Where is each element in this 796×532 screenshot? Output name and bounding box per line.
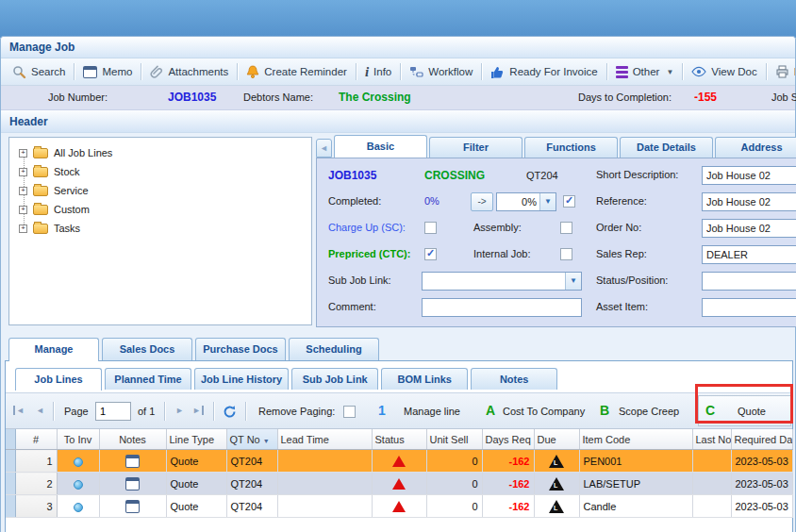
- reference-input[interactable]: [702, 192, 796, 211]
- column-header-unit-sell[interactable]: Unit Sell: [426, 429, 482, 450]
- tab-purchase-docs[interactable]: Purchase Docs: [195, 338, 286, 360]
- assembly-checkbox[interactable]: [560, 222, 572, 234]
- column-header-item-code[interactable]: Item Code: [579, 429, 692, 450]
- expand-icon[interactable]: +: [19, 187, 27, 195]
- column-header-to-inv[interactable]: To Inv: [57, 429, 99, 450]
- lead-time-cell[interactable]: [277, 495, 372, 518]
- table-row[interactable]: 3 Quote QT204 0 -162 Candle 2023-05-03: [6, 495, 792, 518]
- row-number-cell[interactable]: 2: [15, 473, 57, 495]
- page-number-input[interactable]: [95, 402, 131, 421]
- column-header-last-no[interactable]: Last No: [692, 429, 731, 450]
- to-inv-cell[interactable]: [57, 473, 99, 495]
- required-date-cell[interactable]: 2023-05-03: [731, 450, 792, 473]
- item-code-cell[interactable]: PEN001: [579, 450, 692, 473]
- column-header-qt-no[interactable]: QT No▼: [226, 429, 277, 450]
- column-header-due[interactable]: Due: [534, 429, 579, 450]
- tab-scheduling[interactable]: Scheduling: [289, 338, 379, 360]
- notes-cell[interactable]: [99, 450, 166, 473]
- unit-sell-cell[interactable]: 0: [426, 495, 482, 518]
- line-type-cell[interactable]: Quote: [166, 473, 226, 495]
- create-reminder-button[interactable]: Create Reminder: [239, 60, 355, 83]
- info-button[interactable]: i Info: [357, 60, 399, 83]
- status-cell[interactable]: [372, 473, 426, 495]
- percent-checkbox[interactable]: [563, 195, 575, 208]
- tree-item-tasks[interactable]: + Tasks: [9, 219, 311, 238]
- days-req-cell[interactable]: -162: [482, 473, 534, 495]
- notes-cell[interactable]: [99, 473, 166, 495]
- notes-cell[interactable]: [99, 495, 166, 518]
- unit-sell-cell[interactable]: 0: [426, 450, 482, 473]
- status-cell[interactable]: [372, 495, 426, 518]
- internal-job-checkbox[interactable]: [560, 248, 572, 260]
- scope-creep-button[interactable]: Scope Creep: [619, 406, 679, 417]
- tab-job-lines[interactable]: Job Lines: [15, 368, 102, 391]
- column-header-notes[interactable]: Notes: [99, 429, 166, 450]
- tree-item-service[interactable]: + Service: [9, 181, 311, 200]
- chevron-down-icon[interactable]: ▼: [539, 193, 556, 210]
- row-indicator[interactable]: [6, 495, 15, 518]
- previous-page-button[interactable]: ◄: [36, 406, 44, 415]
- notes-icon[interactable]: [125, 477, 140, 490]
- required-date-cell[interactable]: 2023-05-03: [731, 495, 792, 518]
- tab-notes[interactable]: Notes: [471, 368, 557, 390]
- qt-no-cell[interactable]: QT204: [226, 473, 277, 495]
- tab-basic[interactable]: Basic: [334, 135, 427, 158]
- column-header-lead-time[interactable]: Lead Time: [277, 429, 372, 450]
- notes-icon[interactable]: [125, 500, 140, 513]
- sales-rep-input[interactable]: [702, 245, 796, 264]
- tab-filter[interactable]: Filter: [429, 137, 522, 158]
- tab-date-details[interactable]: Date Details: [620, 137, 713, 158]
- column-header-required-date[interactable]: Required Date: [731, 429, 792, 450]
- item-code-cell[interactable]: Candle: [579, 495, 692, 518]
- expand-icon[interactable]: +: [19, 224, 27, 233]
- tree-item-custom[interactable]: + Custom: [9, 200, 311, 219]
- qt-no-cell[interactable]: QT204: [226, 450, 277, 473]
- due-cell[interactable]: [534, 473, 579, 495]
- ready-for-invoice-button[interactable]: Ready For Invoice: [483, 60, 605, 83]
- to-inv-cell[interactable]: [57, 495, 99, 518]
- asset-item-input[interactable]: [702, 298, 796, 317]
- row-number-cell[interactable]: 1: [15, 450, 57, 473]
- unit-sell-cell[interactable]: 0: [426, 473, 482, 495]
- item-code-cell[interactable]: LAB/SETUP: [579, 473, 692, 495]
- last-no-cell[interactable]: [692, 495, 731, 518]
- days-req-cell[interactable]: -162: [482, 495, 534, 518]
- tab-planned-time[interactable]: Planned Time: [105, 368, 191, 390]
- to-inv-icon[interactable]: [74, 480, 83, 490]
- lead-time-cell[interactable]: [277, 450, 372, 473]
- expand-icon[interactable]: +: [19, 206, 27, 214]
- tree-item-stock[interactable]: + Stock: [9, 162, 311, 181]
- tab-address[interactable]: Address: [715, 137, 796, 158]
- sub-job-link-select[interactable]: ▼: [422, 272, 582, 291]
- to-inv-cell[interactable]: [57, 450, 99, 473]
- first-page-button[interactable]: ◄: [13, 406, 25, 415]
- tab-bom-links[interactable]: BOM Links: [381, 368, 468, 390]
- due-cell[interactable]: [534, 495, 579, 518]
- days-req-cell[interactable]: -162: [482, 450, 534, 473]
- last-no-cell[interactable]: [692, 473, 731, 495]
- last-no-cell[interactable]: [692, 450, 731, 473]
- comment-input[interactable]: [422, 298, 582, 317]
- notes-icon[interactable]: [125, 455, 140, 468]
- table-row[interactable]: 2 Quote QT204 0 -162 LAB/SETUP 2023-05-0…: [6, 473, 792, 495]
- table-row[interactable]: 1 Quote QT204 0 -162 PEN001 2023-05-03: [6, 450, 792, 473]
- remove-paging-checkbox[interactable]: [343, 406, 356, 418]
- next-page-button[interactable]: ►: [175, 406, 184, 415]
- last-page-button[interactable]: ►: [192, 406, 204, 415]
- tab-scroll-left-button[interactable]: ◄: [316, 139, 332, 158]
- attachments-button[interactable]: Attachments: [142, 60, 236, 83]
- print-button[interactable]: Print: [768, 60, 795, 83]
- view-doc-button[interactable]: View Doc: [684, 60, 764, 83]
- row-number-cell[interactable]: 3: [15, 495, 57, 518]
- row-indicator[interactable]: [6, 473, 15, 495]
- expand-icon[interactable]: +: [19, 149, 27, 158]
- status-position-input[interactable]: [702, 272, 796, 291]
- cost-to-company-button[interactable]: Cost To Company: [503, 406, 585, 417]
- column-header-days-req[interactable]: Days Req: [482, 429, 534, 450]
- column-header-line-type[interactable]: Line Type: [166, 429, 226, 450]
- lead-time-cell[interactable]: [277, 473, 372, 495]
- manage-line-button[interactable]: Manage line: [404, 406, 460, 417]
- short-description-input[interactable]: [702, 166, 796, 185]
- to-inv-icon[interactable]: [74, 457, 83, 467]
- line-type-cell[interactable]: Quote: [166, 495, 226, 518]
